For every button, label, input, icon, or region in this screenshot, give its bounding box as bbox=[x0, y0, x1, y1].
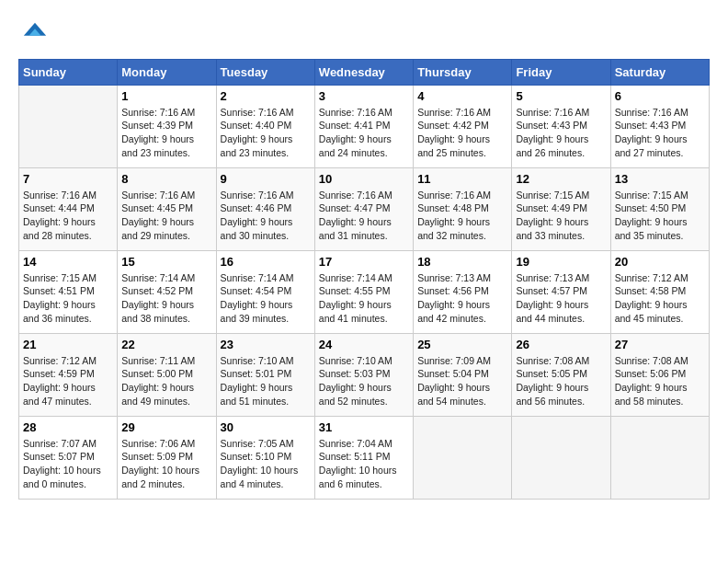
calendar-cell: 30Sunrise: 7:05 AM Sunset: 5:10 PM Dayli… bbox=[216, 416, 314, 499]
day-number: 22 bbox=[121, 338, 211, 351]
day-number: 21 bbox=[23, 338, 113, 351]
calendar-cell: 25Sunrise: 7:09 AM Sunset: 5:04 PM Dayli… bbox=[414, 333, 512, 416]
day-content: Sunrise: 7:15 AM Sunset: 4:51 PM Dayligh… bbox=[23, 271, 113, 326]
calendar-cell: 7Sunrise: 7:16 AM Sunset: 4:44 PM Daylig… bbox=[19, 167, 118, 250]
day-number: 11 bbox=[417, 172, 507, 186]
day-content: Sunrise: 7:10 AM Sunset: 5:03 PM Dayligh… bbox=[319, 354, 409, 408]
calendar-cell: 18Sunrise: 7:13 AM Sunset: 4:56 PM Dayli… bbox=[414, 250, 512, 333]
day-number: 7 bbox=[23, 172, 113, 186]
day-number: 5 bbox=[516, 89, 606, 103]
day-content: Sunrise: 7:14 AM Sunset: 4:55 PM Dayligh… bbox=[319, 271, 409, 326]
day-number: 1 bbox=[121, 89, 211, 103]
day-content: Sunrise: 7:16 AM Sunset: 4:47 PM Dayligh… bbox=[319, 189, 409, 243]
weekday-wednesday: Wednesday bbox=[314, 59, 413, 85]
day-number: 16 bbox=[221, 255, 311, 269]
logo-icon bbox=[22, 18, 48, 44]
calendar-cell: 23Sunrise: 7:10 AM Sunset: 5:01 PM Dayli… bbox=[216, 333, 314, 416]
day-content: Sunrise: 7:14 AM Sunset: 4:54 PM Dayligh… bbox=[221, 271, 311, 326]
calendar-week-3: 14Sunrise: 7:15 AM Sunset: 4:51 PM Dayli… bbox=[19, 250, 710, 333]
calendar-cell: 29Sunrise: 7:06 AM Sunset: 5:09 PM Dayli… bbox=[118, 416, 216, 499]
day-content: Sunrise: 7:12 AM Sunset: 4:58 PM Dayligh… bbox=[615, 271, 705, 326]
day-content: Sunrise: 7:16 AM Sunset: 4:45 PM Dayligh… bbox=[121, 189, 211, 243]
day-content: Sunrise: 7:16 AM Sunset: 4:42 PM Dayligh… bbox=[417, 106, 507, 160]
day-number: 8 bbox=[121, 172, 211, 186]
day-number: 26 bbox=[516, 338, 606, 351]
calendar-cell: 14Sunrise: 7:15 AM Sunset: 4:51 PM Dayli… bbox=[19, 250, 118, 333]
calendar-cell: 12Sunrise: 7:15 AM Sunset: 4:49 PM Dayli… bbox=[512, 167, 610, 250]
calendar-cell: 13Sunrise: 7:15 AM Sunset: 4:50 PM Dayli… bbox=[610, 167, 709, 250]
weekday-thursday: Thursday bbox=[414, 59, 512, 85]
calendar-cell: 1Sunrise: 7:16 AM Sunset: 4:39 PM Daylig… bbox=[118, 85, 216, 167]
day-number: 13 bbox=[615, 172, 705, 186]
calendar-cell: 2Sunrise: 7:16 AM Sunset: 4:40 PM Daylig… bbox=[216, 85, 314, 167]
day-number: 4 bbox=[417, 89, 507, 103]
day-number: 10 bbox=[319, 172, 409, 186]
day-content: Sunrise: 7:10 AM Sunset: 5:01 PM Dayligh… bbox=[221, 354, 311, 408]
day-content: Sunrise: 7:16 AM Sunset: 4:48 PM Dayligh… bbox=[417, 189, 507, 243]
day-number: 24 bbox=[319, 338, 409, 351]
calendar-cell: 20Sunrise: 7:12 AM Sunset: 4:58 PM Dayli… bbox=[610, 250, 709, 333]
day-content: Sunrise: 7:07 AM Sunset: 5:07 PM Dayligh… bbox=[23, 437, 113, 491]
calendar-cell: 4Sunrise: 7:16 AM Sunset: 4:42 PM Daylig… bbox=[414, 85, 512, 167]
day-content: Sunrise: 7:05 AM Sunset: 5:10 PM Dayligh… bbox=[221, 437, 311, 491]
weekday-header-row: SundayMondayTuesdayWednesdayThursdayFrid… bbox=[19, 59, 710, 85]
day-content: Sunrise: 7:12 AM Sunset: 4:59 PM Dayligh… bbox=[23, 354, 113, 408]
calendar-cell bbox=[414, 416, 512, 499]
calendar-cell: 21Sunrise: 7:12 AM Sunset: 4:59 PM Dayli… bbox=[19, 333, 118, 416]
calendar-cell: 28Sunrise: 7:07 AM Sunset: 5:07 PM Dayli… bbox=[19, 416, 118, 499]
calendar-cell: 26Sunrise: 7:08 AM Sunset: 5:05 PM Dayli… bbox=[512, 333, 610, 416]
calendar-week-1: 1Sunrise: 7:16 AM Sunset: 4:39 PM Daylig… bbox=[19, 85, 710, 167]
calendar-cell: 31Sunrise: 7:04 AM Sunset: 5:11 PM Dayli… bbox=[314, 416, 413, 499]
weekday-sunday: Sunday bbox=[19, 59, 118, 85]
day-content: Sunrise: 7:16 AM Sunset: 4:41 PM Dayligh… bbox=[319, 106, 409, 160]
day-content: Sunrise: 7:08 AM Sunset: 5:06 PM Dayligh… bbox=[615, 354, 705, 408]
calendar-table: SundayMondayTuesdayWednesdayThursdayFrid… bbox=[18, 59, 710, 500]
calendar-cell: 27Sunrise: 7:08 AM Sunset: 5:06 PM Dayli… bbox=[610, 333, 709, 416]
weekday-tuesday: Tuesday bbox=[216, 59, 314, 85]
day-number: 25 bbox=[417, 338, 507, 351]
calendar-cell: 10Sunrise: 7:16 AM Sunset: 4:47 PM Dayli… bbox=[314, 167, 413, 250]
day-number: 2 bbox=[221, 89, 311, 103]
weekday-saturday: Saturday bbox=[610, 59, 709, 85]
day-number: 9 bbox=[221, 172, 311, 186]
day-number: 18 bbox=[417, 255, 507, 269]
day-number: 15 bbox=[121, 255, 211, 269]
calendar-body: 1Sunrise: 7:16 AM Sunset: 4:39 PM Daylig… bbox=[19, 85, 710, 499]
weekday-monday: Monday bbox=[118, 59, 216, 85]
calendar-cell bbox=[610, 416, 709, 499]
day-number: 29 bbox=[121, 420, 211, 434]
calendar-cell: 15Sunrise: 7:14 AM Sunset: 4:52 PM Dayli… bbox=[118, 250, 216, 333]
day-number: 3 bbox=[319, 89, 409, 103]
page-header bbox=[18, 18, 710, 50]
day-content: Sunrise: 7:04 AM Sunset: 5:11 PM Dayligh… bbox=[319, 437, 409, 491]
day-number: 23 bbox=[221, 338, 311, 351]
day-number: 28 bbox=[23, 420, 113, 434]
day-number: 6 bbox=[615, 89, 705, 103]
day-number: 20 bbox=[615, 255, 705, 269]
calendar-cell bbox=[19, 85, 118, 167]
day-number: 14 bbox=[23, 255, 113, 269]
calendar-week-2: 7Sunrise: 7:16 AM Sunset: 4:44 PM Daylig… bbox=[19, 167, 710, 250]
day-content: Sunrise: 7:15 AM Sunset: 4:50 PM Dayligh… bbox=[615, 189, 705, 243]
day-content: Sunrise: 7:13 AM Sunset: 4:57 PM Dayligh… bbox=[516, 271, 606, 326]
day-content: Sunrise: 7:16 AM Sunset: 4:40 PM Dayligh… bbox=[221, 106, 311, 160]
calendar-cell: 5Sunrise: 7:16 AM Sunset: 4:43 PM Daylig… bbox=[512, 85, 610, 167]
day-number: 27 bbox=[615, 338, 705, 351]
calendar-cell: 19Sunrise: 7:13 AM Sunset: 4:57 PM Dayli… bbox=[512, 250, 610, 333]
day-content: Sunrise: 7:08 AM Sunset: 5:05 PM Dayligh… bbox=[516, 354, 606, 408]
logo bbox=[18, 18, 48, 50]
day-content: Sunrise: 7:14 AM Sunset: 4:52 PM Dayligh… bbox=[121, 271, 211, 326]
day-content: Sunrise: 7:16 AM Sunset: 4:39 PM Dayligh… bbox=[121, 106, 211, 160]
day-number: 30 bbox=[221, 420, 311, 434]
day-content: Sunrise: 7:13 AM Sunset: 4:56 PM Dayligh… bbox=[417, 271, 507, 326]
day-content: Sunrise: 7:15 AM Sunset: 4:49 PM Dayligh… bbox=[516, 189, 606, 243]
day-content: Sunrise: 7:06 AM Sunset: 5:09 PM Dayligh… bbox=[121, 437, 211, 491]
day-content: Sunrise: 7:09 AM Sunset: 5:04 PM Dayligh… bbox=[417, 354, 507, 408]
calendar-cell: 8Sunrise: 7:16 AM Sunset: 4:45 PM Daylig… bbox=[118, 167, 216, 250]
day-content: Sunrise: 7:16 AM Sunset: 4:44 PM Dayligh… bbox=[23, 189, 113, 243]
day-number: 12 bbox=[516, 172, 606, 186]
calendar-cell: 17Sunrise: 7:14 AM Sunset: 4:55 PM Dayli… bbox=[314, 250, 413, 333]
calendar-cell bbox=[512, 416, 610, 499]
day-number: 19 bbox=[516, 255, 606, 269]
calendar-header: SundayMondayTuesdayWednesdayThursdayFrid… bbox=[19, 59, 710, 85]
